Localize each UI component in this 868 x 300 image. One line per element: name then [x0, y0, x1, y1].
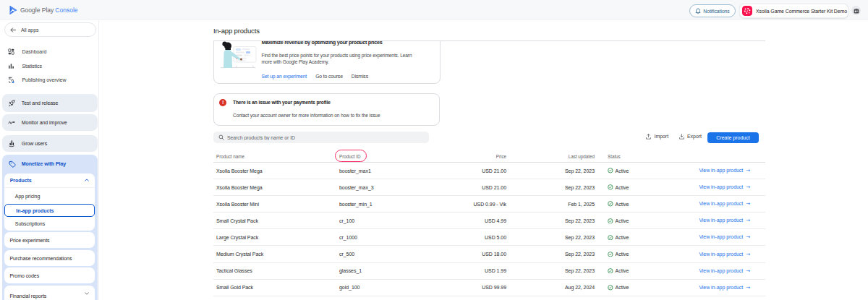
sidebar-item-label: Financial reports	[9, 293, 46, 299]
search-input[interactable]	[227, 135, 401, 140]
notifications-button[interactable]: Notifications	[689, 4, 736, 17]
statistics-icon	[8, 63, 14, 69]
sidebar-item-label: In-app products	[16, 208, 54, 213]
sidebar-item-purchase-recommendations[interactable]: Purchase recommendations	[4, 250, 95, 266]
status-label: Active	[616, 202, 629, 207]
product-name-cell: Small Gold Pack	[216, 285, 339, 290]
product-name-cell: Small Crystal Pack	[216, 218, 339, 223]
dashboard-icon	[8, 48, 14, 55]
products-group-header[interactable]: Products	[4, 173, 95, 188]
product-name-cell: Medium Crystal Pack	[216, 252, 339, 257]
status-label: Active	[616, 285, 629, 290]
sidebar: All apps Dashboard Statistics Publishing…	[0, 20, 99, 300]
promo-actions: Set up an experimentGo to courseDismiss	[262, 74, 368, 79]
sidebar-item-monetize-with-play[interactable]: Monetize with Play	[2, 155, 98, 173]
dismiss-link[interactable]: Dismiss	[352, 74, 368, 79]
notifications-label: Notifications	[703, 9, 729, 14]
sidebar-item-financial-reports[interactable]: Financial reports	[4, 286, 95, 300]
status-cell: Active	[608, 184, 676, 190]
status-cell: Active	[608, 218, 676, 224]
download-icon	[679, 134, 684, 140]
logo-product: Console	[55, 7, 77, 14]
arrow-right-icon: →	[746, 218, 750, 223]
sidebar-item-promo-codes[interactable]: Promo codes	[4, 267, 95, 283]
view-product-link[interactable]: View in-app product→	[699, 184, 750, 189]
sidebar-item-price-experiments[interactable]: Price experiments	[4, 232, 95, 248]
action-cell: View in-app product→	[676, 234, 750, 240]
column-last-updated: Last updated	[506, 154, 595, 159]
alert-title: There is an issue with your payments pro…	[233, 100, 331, 105]
view-product-link[interactable]: View in-app product→	[699, 268, 750, 273]
tag-icon	[9, 160, 16, 168]
upload-icon	[646, 134, 651, 140]
price-cell: USD 0.99 - Vik	[426, 202, 506, 207]
alert-body: Contact your account owner for more info…	[233, 113, 380, 118]
export-button[interactable]: Export	[679, 134, 702, 140]
product-id-cell: booster_min_1	[339, 202, 426, 207]
active-check-icon	[608, 268, 613, 274]
table-row: Small Gold Pack gold_100 USD 99.99 Aug 2…	[213, 280, 765, 296]
last-updated-cell: Sep 22, 2023	[506, 218, 595, 223]
view-product-link[interactable]: View in-app product→	[699, 168, 750, 173]
set-up-an-experiment-link[interactable]: Set up an experiment	[262, 74, 307, 79]
sidebar-item-in-app-products[interactable]: In-app products	[4, 204, 95, 217]
go-to-course-link[interactable]: Go to course	[315, 74, 343, 79]
create-product-button[interactable]: Create product	[707, 132, 759, 143]
status-cell: Active	[608, 235, 676, 241]
table-row: Xsolla Booster Mega booster_max_3 USD 21…	[213, 179, 765, 196]
last-updated-cell: Feb 1, 2025	[506, 202, 595, 207]
view-product-link[interactable]: View in-app product→	[699, 285, 750, 290]
last-updated-cell: Sep 22, 2023	[506, 168, 595, 173]
price-cell: USD 18.00	[426, 252, 506, 257]
import-button[interactable]: Import	[646, 134, 668, 140]
monetize-section: Monetize with Play Products App pricing …	[2, 155, 98, 300]
status-label: Active	[616, 218, 629, 223]
sidebar-item-app-pricing[interactable]: App pricing	[4, 188, 95, 204]
sidebar-item-monitor-and-improve[interactable]: Monitor and improve	[2, 114, 98, 131]
last-updated-cell: Sep 22, 2023	[506, 268, 595, 273]
back-arrow-icon	[10, 27, 16, 33]
active-check-icon	[608, 235, 613, 241]
view-product-link[interactable]: View in-app product→	[699, 218, 750, 223]
status-label: Active	[616, 185, 629, 190]
sidebar-item-dashboard[interactable]: Dashboard	[0, 45, 99, 59]
table-row: Xsolla Booster Mega booster_max1 USD 21.…	[213, 163, 765, 179]
view-product-link[interactable]: View in-app product→	[699, 201, 750, 206]
products-group: Products App pricing In-app products Sub…	[4, 173, 95, 231]
logo-text: Google PlayConsole	[20, 7, 78, 14]
sidebar-item-grow-users[interactable]: Grow users	[2, 135, 98, 152]
product-search	[213, 132, 429, 143]
sidebar-item-label: Price experiments	[9, 237, 49, 242]
sidebar-item-label: Subscriptions	[15, 221, 45, 226]
all-apps-button[interactable]: All apps	[4, 22, 96, 37]
status-label: Active	[616, 235, 629, 240]
product-name-cell: Tactical Glasses	[216, 268, 339, 273]
arrow-right-icon: →	[746, 184, 750, 190]
sidebar-item-publishing-overview[interactable]: Publishing overview	[0, 73, 99, 87]
app-switcher[interactable]: Xsolla Game Commerce Starter Kit Demo	[739, 4, 848, 18]
arrow-right-icon: →	[746, 201, 750, 207]
play-console-logo[interactable]: Google PlayConsole	[9, 0, 78, 20]
product-id-cell: booster_max1	[339, 168, 426, 173]
sidebar-item-test-and-release[interactable]: Test and release	[2, 94, 98, 112]
table-row: Large Crystal Pack cr_1000 USD 5.00 Sep …	[213, 229, 765, 246]
play-triangle-icon	[9, 5, 17, 15]
header-divider	[213, 40, 765, 41]
price-experiment-illustration	[218, 41, 258, 69]
last-updated-cell: Sep 22, 2023	[506, 185, 595, 190]
page-header: In-app products	[99, 20, 868, 41]
sidebar-item-subscriptions[interactable]: Subscriptions	[4, 217, 95, 231]
publishing-overview-icon	[8, 77, 14, 83]
sidebar-section-label: Grow users	[22, 141, 47, 146]
status-cell: Active	[608, 252, 676, 257]
product-name-cell: Xsolla Booster Mega	[216, 168, 339, 173]
account-avatar[interactable]	[851, 6, 861, 15]
table-row: Medium Crystal Pack cr_500 USD 18.00 Sep…	[213, 246, 765, 262]
topbar: Google PlayConsole Notifications Xsolla …	[0, 0, 868, 20]
view-product-link[interactable]: View in-app product→	[699, 252, 750, 257]
view-product-link[interactable]: View in-app product→	[699, 234, 750, 239]
sidebar-item-statistics[interactable]: Statistics	[0, 59, 99, 73]
sidebar-item-label: Promo codes	[9, 273, 39, 278]
status-cell: Active	[608, 201, 676, 207]
table-row: Small Crystal Pack cr_100 USD 4.99 Sep 2…	[213, 213, 765, 229]
